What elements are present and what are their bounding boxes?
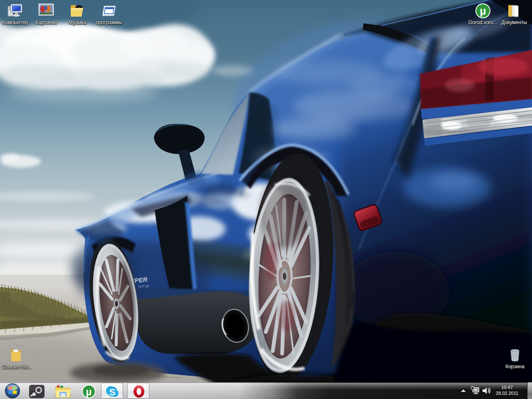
- svg-text:µ: µ: [480, 5, 486, 17]
- svg-text:S: S: [109, 387, 116, 397]
- svg-text:µ: µ: [86, 386, 92, 397]
